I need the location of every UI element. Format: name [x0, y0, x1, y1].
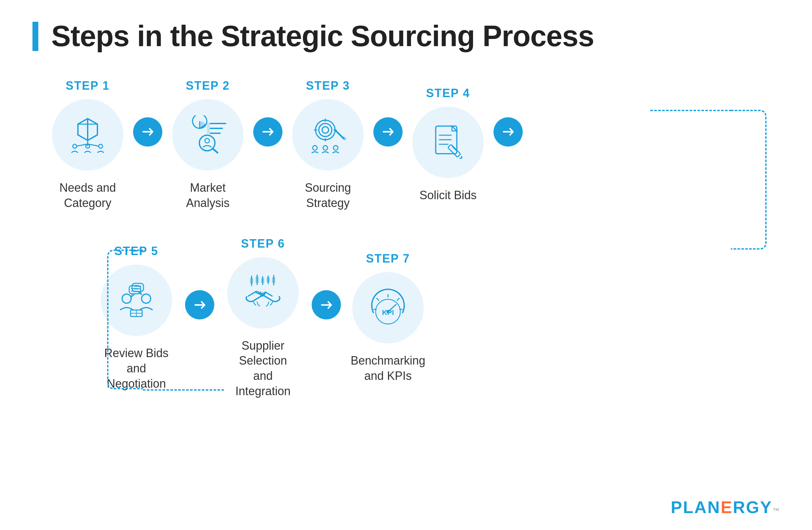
step-7-icon: KPI	[368, 288, 407, 327]
svg-point-30	[333, 145, 338, 150]
content-area: STEP 1	[32, 79, 780, 399]
svg-point-67	[386, 310, 390, 313]
arrow-4-icon	[501, 124, 516, 139]
planergy-text: PLANERGY	[671, 498, 772, 517]
svg-point-20	[319, 124, 332, 137]
arrow-3-icon	[381, 124, 395, 139]
arrow-2-icon	[261, 124, 275, 139]
step-1-item: STEP 1	[52, 79, 124, 211]
svg-rect-56	[266, 277, 270, 282]
main-title: Steps in the Strategic Sourcing Process	[51, 19, 594, 53]
svg-line-62	[397, 298, 399, 301]
svg-rect-52	[256, 277, 259, 283]
arrow-1-icon	[141, 124, 155, 139]
svg-point-39	[142, 294, 151, 303]
dashed-bottom-h	[143, 389, 224, 391]
row-2: STEP 5	[32, 237, 780, 399]
step-7-label: STEP 7	[366, 252, 410, 265]
step-3-name: SourcingStrategy	[305, 180, 351, 211]
step-2-label: STEP 2	[186, 79, 230, 93]
step-1-name: Needs andCategory	[59, 180, 116, 211]
arrow-2	[253, 117, 282, 147]
svg-point-29	[323, 145, 328, 150]
dashed-left-connector	[107, 250, 143, 389]
svg-rect-50	[250, 278, 253, 284]
planergy-logo: PLANERGY™	[671, 498, 780, 517]
title-accent	[32, 22, 38, 51]
step-6-icon	[244, 273, 282, 312]
title-area: Steps in the Strategic Sourcing Process	[32, 19, 780, 53]
arrow-4-dashed	[493, 117, 523, 147]
step-7-name: Benchmarkingand KPIs	[351, 353, 425, 384]
arrow-6	[312, 290, 341, 319]
step-4-label: STEP 4	[426, 86, 470, 100]
svg-point-7	[73, 144, 77, 148]
arrow-6-icon	[319, 298, 334, 312]
svg-point-9	[99, 144, 103, 148]
step-6-label: STEP 6	[241, 237, 285, 251]
arrow-3	[373, 117, 403, 147]
arrow-5-icon	[192, 298, 207, 312]
svg-point-18	[205, 138, 209, 143]
step-1-label: STEP 1	[66, 79, 110, 93]
step-4-icon	[429, 123, 467, 162]
step-3-label: STEP 3	[306, 79, 350, 93]
step-6-circle	[227, 257, 299, 329]
step-1-icon	[68, 115, 107, 154]
page-container: Steps in the Strategic Sourcing Process …	[0, 0, 812, 530]
svg-line-17	[213, 149, 218, 153]
step-6-name: Supplier Selectionand Integration	[224, 338, 302, 399]
svg-line-60	[377, 298, 379, 301]
step-4-name: Solicit Bids	[419, 188, 477, 203]
svg-rect-58	[272, 277, 275, 283]
svg-point-21	[322, 127, 329, 133]
step-3-item: STEP 3	[292, 79, 364, 211]
step-2-name: MarketAnalysis	[186, 180, 230, 211]
svg-rect-54	[261, 278, 264, 283]
arrow-1	[133, 117, 162, 147]
step-7-circle: KPI	[352, 272, 424, 344]
svg-point-28	[313, 145, 317, 150]
svg-rect-15	[207, 123, 210, 134]
step-7-item: STEP 7 KPI	[351, 252, 425, 384]
step-4-circle	[412, 107, 484, 178]
step-4-item: STEP 4	[412, 86, 484, 203]
step-2-item: STEP 2	[172, 79, 244, 211]
svg-line-26	[335, 130, 344, 138]
row-1: STEP 1	[32, 79, 780, 211]
arrow-5	[185, 290, 214, 319]
planergy-tm: ™	[772, 506, 780, 515]
svg-rect-36	[448, 144, 461, 158]
planergy-o: E	[721, 498, 733, 517]
step-1-circle	[52, 99, 124, 171]
step-3-icon	[308, 115, 347, 154]
step-2-icon	[188, 115, 227, 154]
step-2-circle	[172, 99, 244, 171]
step-6-item: STEP 6	[224, 237, 302, 399]
step-3-circle	[292, 99, 364, 171]
